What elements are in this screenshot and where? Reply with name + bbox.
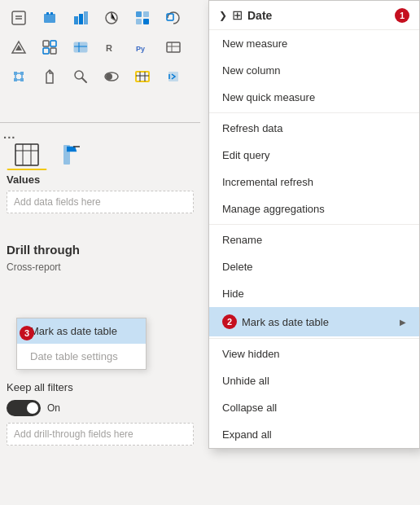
toolbar-icon-6[interactable] — [161, 6, 186, 30]
svg-rect-18 — [50, 48, 56, 54]
svg-rect-2 — [46, 12, 49, 15]
menu-item-hide[interactable]: Hide — [209, 280, 419, 307]
filters-section: Keep all filters On Add drill-through fi… — [0, 375, 200, 452]
svg-rect-17 — [43, 48, 49, 54]
format-vis-icon[interactable] — [52, 139, 93, 170]
toolbar-icon-16[interactable] — [99, 64, 124, 89]
svg-rect-5 — [79, 14, 83, 24]
svg-rect-16 — [50, 41, 56, 46]
mark-date-submenu: Mark as date table Date table settings — [16, 318, 147, 370]
drill-section: Drill through Cross-report — [0, 236, 200, 283]
drill-fields-zone[interactable]: Add drill-through fields here — [7, 423, 194, 446]
svg-rect-9 — [143, 11, 149, 17]
menu-item-manage-aggregations[interactable]: Manage aggregations — [209, 195, 419, 222]
date-table-settings-item: Date table settings — [17, 344, 146, 369]
keep-all-filters-label: Keep all filters — [7, 381, 194, 393]
toolbar-icon-18[interactable] — [161, 64, 186, 89]
svg-rect-1 — [44, 14, 55, 23]
svg-rect-24 — [167, 42, 180, 52]
keep-filters-toggle[interactable] — [7, 400, 41, 416]
menu-item-collapse-all[interactable]: Collapse all — [209, 394, 419, 421]
svg-rect-8 — [136, 11, 142, 17]
values-section: Values Add data fields here — [0, 167, 200, 220]
menu-item-expand-all[interactable]: Expand all — [209, 421, 419, 448]
toolbar-icon-10[interactable]: R — [99, 35, 124, 59]
toolbar-icon-13[interactable] — [7, 64, 31, 89]
svg-rect-36 — [15, 144, 38, 165]
svg-text:Py: Py — [136, 45, 145, 53]
svg-rect-4 — [74, 16, 78, 24]
separator-3 — [209, 338, 419, 339]
toolbar-icon-8[interactable] — [37, 35, 62, 59]
menu-item-mark-as-date-table[interactable]: 2 Mark as date table ▶ — [209, 307, 419, 336]
badge-3: 3 — [20, 326, 34, 340]
svg-rect-11 — [143, 19, 149, 24]
svg-rect-15 — [43, 41, 49, 46]
svg-rect-34 — [168, 72, 178, 81]
toolbar-icon-3[interactable] — [68, 6, 93, 30]
svg-rect-6 — [84, 11, 88, 24]
toolbar-icon-12[interactable] — [161, 35, 186, 59]
svg-rect-3 — [50, 12, 53, 15]
svg-text:R: R — [106, 43, 112, 53]
context-menu-header: ❯ ⊞ Date 1 — [209, 1, 419, 30]
svg-rect-19 — [74, 42, 87, 52]
mark-date-table-submenu-item[interactable]: Mark as date table — [17, 318, 146, 344]
menu-item-new-column[interactable]: New column — [209, 57, 419, 84]
toolbar-icon-14[interactable] — [37, 64, 62, 89]
menu-item-view-hidden[interactable]: View hidden — [209, 340, 419, 367]
toolbar-icon-7[interactable] — [7, 35, 31, 59]
toolbar-icon-17[interactable] — [130, 64, 155, 89]
table-vis-icon[interactable] — [7, 139, 47, 170]
menu-item-refresh-data[interactable]: Refresh data — [209, 115, 419, 142]
badge-2: 2 — [222, 314, 237, 329]
toolbar-icon-4[interactable] — [99, 6, 124, 30]
menu-item-rename[interactable]: Rename — [209, 226, 419, 253]
toolbar-icon-11[interactable]: Py — [130, 35, 155, 59]
collapse-arrow: ❯ — [219, 10, 227, 21]
cross-report-label: Cross-report — [7, 261, 194, 273]
menu-item-new-measure[interactable]: New measure — [209, 30, 419, 57]
context-menu: ❯ ⊞ Date 1 New measure New column New qu… — [208, 0, 420, 449]
table-icon: ⊞ — [232, 7, 243, 23]
toolbar-area: R Py — [0, 0, 200, 122]
separator-2 — [209, 224, 419, 225]
toolbar-icon-5[interactable] — [130, 6, 155, 30]
toolbar-icon-15[interactable] — [68, 64, 93, 89]
left-panel: R Py — [0, 0, 203, 505]
add-data-fields-zone[interactable]: Add data fields here — [7, 191, 194, 213]
toolbar-divider — [0, 122, 200, 123]
svg-rect-30 — [136, 72, 149, 81]
toggle-on-label: On — [47, 402, 60, 414]
context-title: Date — [247, 9, 390, 22]
drill-through-title: Drill through — [7, 243, 194, 257]
header-badge: 1 — [395, 8, 409, 23]
toolbar-icon-9[interactable] — [68, 35, 93, 59]
values-label: Values — [7, 173, 194, 186]
menu-item-incremental-refresh[interactable]: Incremental refresh — [209, 169, 419, 195]
toolbar-icon-2[interactable] — [37, 6, 62, 30]
menu-item-delete[interactable]: Delete — [209, 253, 419, 280]
menu-item-edit-query[interactable]: Edit query — [209, 142, 419, 169]
separator-1 — [209, 112, 419, 113]
svg-rect-29 — [106, 73, 112, 80]
menu-item-new-quick-measure[interactable]: New quick measure — [209, 84, 419, 111]
submenu-chevron: ▶ — [400, 318, 406, 327]
svg-rect-10 — [136, 19, 142, 24]
svg-rect-0 — [12, 11, 25, 24]
menu-item-unhide-all[interactable]: Unhide all — [209, 367, 419, 394]
toolbar-icon-1[interactable] — [7, 6, 31, 30]
